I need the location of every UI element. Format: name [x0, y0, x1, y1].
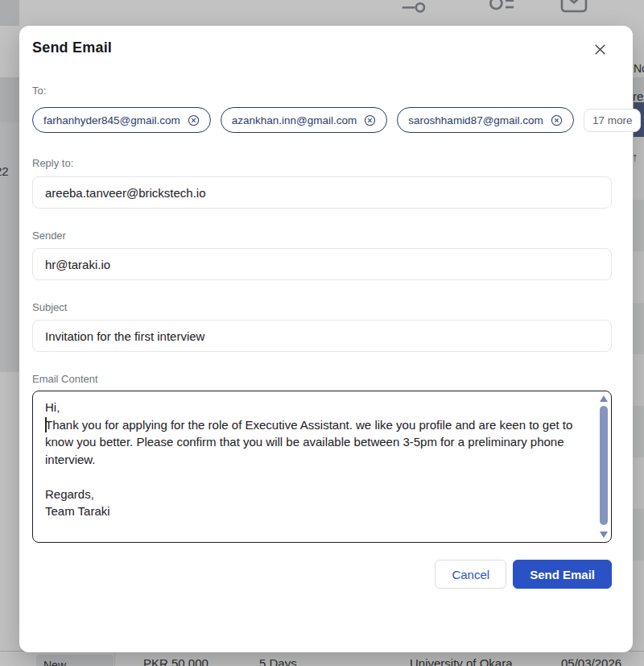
- remove-recipient-icon[interactable]: [551, 114, 563, 126]
- sender-input[interactable]: [32, 248, 612, 280]
- email-content-textarea[interactable]: Hi, Thank you for applying for the role …: [32, 391, 612, 543]
- screen: No re ↑ 22 New ⌄ PKR 50,000 5 Days Unive…: [0, 0, 644, 666]
- email-content-label: Email Content: [32, 373, 612, 386]
- recipient-chip-row: farhanhyder845@gmail.com azankhan.inn@gm…: [32, 107, 612, 133]
- reply-to-label: Reply to:: [32, 157, 612, 170]
- send-email-modal: Send Email To: farhanhyder845@gmail.com: [19, 26, 633, 652]
- reply-to-input[interactable]: [32, 176, 612, 209]
- scrollbar-thumb[interactable]: [600, 406, 608, 525]
- recipient-chip[interactable]: saroshhamid87@gmail.com: [397, 107, 574, 133]
- scroll-down-icon[interactable]: [600, 532, 608, 538]
- remove-recipient-icon[interactable]: [188, 114, 200, 126]
- modal-footer: Cancel Send Email: [32, 560, 612, 589]
- text-caret: [45, 417, 47, 432]
- recipient-email: saroshhamid87@gmail.com: [408, 114, 543, 126]
- recipient-chip[interactable]: azankhan.inn@gmail.com: [221, 107, 388, 133]
- sender-label: Sender: [32, 230, 612, 242]
- to-label: To:: [32, 85, 612, 97]
- subject-input[interactable]: [32, 320, 612, 352]
- modal-title: Send Email: [32, 39, 112, 56]
- email-content-text: Hi, Thank you for applying for the role …: [33, 391, 611, 542]
- recipient-email: azankhan.inn@gmail.com: [232, 114, 357, 126]
- recipient-chip[interactable]: farhanhyder845@gmail.com: [32, 107, 211, 133]
- close-button[interactable]: [591, 40, 609, 59]
- textarea-scrollbar[interactable]: [599, 394, 609, 540]
- recipient-email: farhanhyder845@gmail.com: [43, 114, 180, 126]
- remove-recipient-icon[interactable]: [364, 114, 376, 126]
- scroll-up-icon[interactable]: [600, 395, 608, 402]
- cancel-button[interactable]: Cancel: [435, 560, 506, 589]
- subject-label: Subject: [32, 301, 612, 314]
- more-recipients-badge[interactable]: 17 more: [584, 109, 642, 132]
- close-icon: [594, 43, 606, 56]
- send-email-button[interactable]: Send Email: [513, 560, 612, 589]
